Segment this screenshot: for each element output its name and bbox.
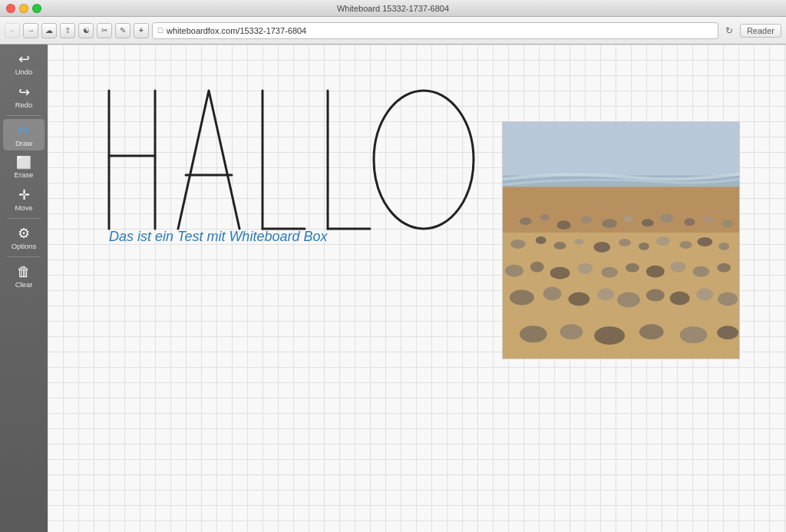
svg-point-16 xyxy=(510,240,526,249)
svg-point-43 xyxy=(670,292,690,306)
draw-icon: ✏ xyxy=(18,124,30,137)
options-label: Options xyxy=(12,242,37,250)
window-title: Whiteboard 15332-1737-6804 xyxy=(337,4,449,13)
svg-point-0 xyxy=(374,91,474,229)
svg-point-27 xyxy=(505,265,523,277)
plus-button[interactable]: + xyxy=(134,23,149,38)
svg-point-34 xyxy=(671,262,686,273)
svg-point-18 xyxy=(554,242,566,249)
svg-point-47 xyxy=(520,325,547,342)
clear-button[interactable]: 🗑 Clear xyxy=(3,260,45,292)
svg-point-41 xyxy=(617,292,640,308)
tool-button[interactable]: ✂ xyxy=(97,23,112,38)
svg-point-26 xyxy=(718,243,729,250)
title-bar: Whiteboard 15332-1737-6804 xyxy=(0,0,786,17)
svg-point-20 xyxy=(593,242,610,253)
divider-2 xyxy=(7,218,41,219)
options-button[interactable]: ⚙ Options xyxy=(3,222,45,253)
svg-point-17 xyxy=(536,236,547,244)
svg-point-45 xyxy=(718,292,738,306)
move-icon: ✛ xyxy=(18,188,30,202)
svg-point-31 xyxy=(601,267,618,278)
reload-button[interactable]: ↻ xyxy=(722,23,737,38)
main-layout: ↩ Undo ↪ Redo ✏ Draw ⬜ Erase ✛ Move ⚙ Op… xyxy=(0,45,786,532)
svg-point-25 xyxy=(697,237,712,246)
svg-point-19 xyxy=(574,239,583,245)
undo-label: Undo xyxy=(15,68,33,76)
svg-point-6 xyxy=(540,214,550,220)
svg-point-51 xyxy=(680,326,708,343)
svg-point-8 xyxy=(581,216,592,223)
window-controls[interactable] xyxy=(6,4,41,13)
options-icon: ⚙ xyxy=(18,226,30,240)
cloud-button[interactable]: ☁ xyxy=(41,23,57,38)
svg-point-40 xyxy=(597,289,614,301)
beach-image xyxy=(503,122,739,359)
svg-point-50 xyxy=(639,324,664,339)
svg-point-52 xyxy=(717,325,738,339)
minimize-button[interactable] xyxy=(19,4,28,13)
address-bar[interactable]: ☐ whiteboardfox.com/15332-1737-6804 xyxy=(152,22,718,39)
forward-button[interactable]: → xyxy=(23,23,38,38)
draw-label: Draw xyxy=(15,139,32,147)
svg-point-11 xyxy=(642,219,654,226)
svg-point-37 xyxy=(510,290,534,306)
whiteboard-photo xyxy=(502,121,740,359)
svg-point-5 xyxy=(520,217,532,225)
bookmark-button[interactable]: ☯ xyxy=(78,23,94,38)
svg-point-22 xyxy=(639,243,649,250)
close-button[interactable] xyxy=(6,4,15,13)
svg-point-28 xyxy=(530,262,544,273)
svg-point-12 xyxy=(660,213,674,223)
whiteboard-caption: Das ist ein Test mit Whiteboard Box xyxy=(109,229,327,245)
svg-point-10 xyxy=(624,216,633,222)
divider-1 xyxy=(7,115,41,116)
svg-point-33 xyxy=(646,266,665,278)
svg-point-30 xyxy=(577,263,593,274)
svg-point-15 xyxy=(722,220,734,227)
redo-button[interactable]: ↪ Redo xyxy=(3,81,45,112)
address-lock-icon: ☐ xyxy=(157,27,163,35)
move-label: Move xyxy=(15,203,32,212)
svg-point-36 xyxy=(717,263,731,273)
svg-point-39 xyxy=(568,292,590,306)
svg-point-21 xyxy=(619,239,631,246)
svg-point-7 xyxy=(557,220,571,230)
svg-point-42 xyxy=(646,289,665,302)
share-button[interactable]: ⇧ xyxy=(60,23,75,38)
pencil-button[interactable]: ✎ xyxy=(115,23,130,38)
erase-icon: ⬜ xyxy=(16,157,31,169)
svg-point-23 xyxy=(656,236,670,246)
redo-icon: ↪ xyxy=(18,85,30,99)
browser-toolbar: ← → ☁ ⇧ ☯ ✂ ✎ + ☐ whiteboardfox.com/1533… xyxy=(0,17,786,45)
svg-point-38 xyxy=(543,287,562,301)
redo-label: Redo xyxy=(15,101,33,109)
divider-3 xyxy=(7,256,41,257)
hallo-drawing xyxy=(101,75,516,252)
clear-label: Clear xyxy=(15,280,33,289)
svg-point-9 xyxy=(602,219,617,228)
svg-point-29 xyxy=(550,267,570,279)
move-button[interactable]: ✛ Move xyxy=(3,183,45,215)
back-button[interactable]: ← xyxy=(5,23,20,38)
svg-point-48 xyxy=(560,324,583,339)
svg-rect-4 xyxy=(503,187,739,233)
erase-button[interactable]: ⬜ Erase xyxy=(3,152,45,182)
svg-point-35 xyxy=(692,266,709,277)
address-url: whiteboardfox.com/15332-1737-6804 xyxy=(167,26,306,35)
svg-point-49 xyxy=(594,326,625,345)
maximize-button[interactable] xyxy=(32,4,41,13)
sidebar: ↩ Undo ↪ Redo ✏ Draw ⬜ Erase ✛ Move ⚙ Op… xyxy=(0,45,48,532)
svg-point-14 xyxy=(704,216,713,223)
draw-button[interactable]: ✏ Draw xyxy=(3,119,45,150)
whiteboard-content: Das ist ein Test mit Whiteboard Box xyxy=(48,45,786,532)
undo-icon: ↩ xyxy=(18,52,30,66)
svg-point-32 xyxy=(626,263,639,273)
svg-point-44 xyxy=(696,289,713,301)
svg-point-24 xyxy=(680,241,692,249)
svg-point-13 xyxy=(684,218,695,226)
reader-button[interactable]: Reader xyxy=(740,24,781,38)
canvas-area[interactable]: Das ist ein Test mit Whiteboard Box xyxy=(48,45,786,532)
undo-button[interactable]: ↩ Undo xyxy=(3,48,45,79)
clear-icon: 🗑 xyxy=(17,265,31,279)
